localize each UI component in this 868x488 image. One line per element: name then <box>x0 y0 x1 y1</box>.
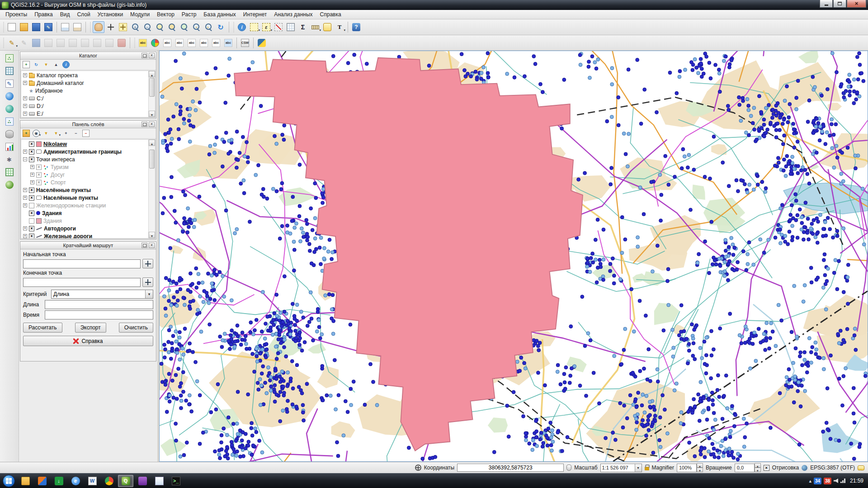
layer-item[interactable]: −×Точки интереса <box>21 155 148 163</box>
layer-visibility-checkbox[interactable]: × <box>36 180 42 185</box>
terrain-globe-icon[interactable] <box>4 179 15 191</box>
copy-features-icon[interactable] <box>91 37 103 49</box>
vector-network-icon[interactable]: ∴ <box>4 52 15 64</box>
catalog-tree-item[interactable]: +Домашний каталог <box>21 79 148 87</box>
layer-item[interactable]: +×Населённые пункты <box>21 194 148 202</box>
catalog-tree-item[interactable]: +Каталог проекта <box>21 71 148 79</box>
layer-item[interactable]: +×Автодороги <box>21 225 148 232</box>
route-close-button[interactable] <box>149 243 155 248</box>
layer-diagram-icon[interactable] <box>149 37 161 49</box>
save-edits-icon[interactable] <box>30 37 42 49</box>
tree-expander-icon[interactable]: + <box>23 226 27 230</box>
refresh-map-icon[interactable]: ↻ <box>215 21 226 33</box>
length-input[interactable] <box>45 300 153 309</box>
taskbar-console-button[interactable]: >_ <box>168 475 184 487</box>
menu-item[interactable]: Правка <box>31 10 57 19</box>
time-input[interactable] <box>45 310 153 319</box>
menu-item[interactable]: Модули <box>127 10 153 19</box>
catalog-properties-icon[interactable]: i <box>61 60 71 69</box>
delete-selected-icon[interactable] <box>116 37 127 49</box>
chevron-down-icon[interactable] <box>145 290 153 298</box>
label-show-hide-icon[interactable]: abc <box>174 37 185 49</box>
move-feature-icon[interactable] <box>55 37 66 49</box>
python-console-icon[interactable] <box>256 37 268 49</box>
attribute-table-icon[interactable] <box>285 21 297 33</box>
menu-item[interactable]: Интернет <box>240 10 270 19</box>
layer-visibility-checkbox[interactable] <box>29 203 34 208</box>
toolbar-grip[interactable] <box>2 38 5 48</box>
catalog-tree-item[interactable]: +E:/ <box>21 110 148 117</box>
layer-labeling-icon[interactable]: abc <box>137 37 149 49</box>
zoom-to-layer-icon[interactable] <box>178 21 190 33</box>
tree-expander-icon[interactable]: + <box>23 234 27 238</box>
tree-expander-icon[interactable]: + <box>23 203 27 207</box>
zoom-last-icon[interactable]: ◂ <box>190 21 202 33</box>
layer-item[interactable]: +×Досуг <box>21 171 148 178</box>
taskbar-download-button[interactable]: ↓ <box>51 475 66 487</box>
chevron-down-icon[interactable] <box>635 464 642 472</box>
export-button[interactable]: Экспорт <box>75 323 106 333</box>
metasearch-csw-icon[interactable]: CSW <box>239 37 251 49</box>
tray-expand-icon[interactable] <box>809 478 811 484</box>
layer-item[interactable]: +×Туризм <box>21 163 148 171</box>
layer-item[interactable]: ×Здания <box>21 209 148 217</box>
add-feature-icon[interactable] <box>42 37 54 49</box>
start-button[interactable] <box>3 475 15 487</box>
menu-item[interactable]: База данных <box>200 10 239 19</box>
layers-remove-icon[interactable]: − <box>81 129 90 138</box>
statistics-chart-icon[interactable] <box>4 141 15 153</box>
toolbar-grip[interactable] <box>89 22 91 32</box>
dropdown-arrow-icon[interactable] <box>16 42 18 48</box>
layer-visibility-checkbox[interactable]: × <box>36 172 42 178</box>
scroll-thumb[interactable] <box>149 150 155 169</box>
taskbar-document-button[interactable]: W <box>85 475 100 487</box>
scroll-up-icon[interactable] <box>149 140 155 146</box>
label-highlight-icon[interactable]: abc <box>222 37 234 49</box>
lock-scale-icon[interactable] <box>645 467 649 470</box>
layer-item[interactable]: +×Населённые пункты <box>21 186 148 194</box>
composer-manager-icon[interactable] <box>71 21 83 33</box>
dropdown-arrow-icon[interactable] <box>344 26 345 33</box>
save-project-as-icon[interactable]: ✎ <box>42 21 54 33</box>
taskbar-qgis-button[interactable]: Q <box>118 475 133 487</box>
tree-expander-icon[interactable]: + <box>30 173 34 177</box>
zoom-in-icon[interactable]: + <box>129 21 141 33</box>
pan-map-icon[interactable] <box>105 21 117 33</box>
tray-badge-red[interactable]: 38 <box>824 478 831 484</box>
layer-visibility-checkbox[interactable]: × <box>29 226 34 231</box>
crs-status[interactable]: EPSG:3857 (OTF) <box>810 465 855 471</box>
toggle-editing-icon[interactable]: ✎ <box>18 37 30 49</box>
label-pin-icon[interactable]: abc <box>161 37 173 49</box>
layers-scrollbar[interactable] <box>148 140 155 238</box>
render-checkbox[interactable] <box>764 465 769 471</box>
paste-features-icon[interactable] <box>104 37 115 49</box>
raster-grid-icon[interactable] <box>4 65 15 77</box>
scroll-up-icon[interactable] <box>149 71 155 77</box>
digitize-pen-icon[interactable]: ✎ <box>4 78 15 89</box>
layer-visibility-checkbox[interactable]: × <box>29 141 34 147</box>
map-tips-icon[interactable] <box>321 21 333 33</box>
tray-badge-blue[interactable]: 34 <box>814 478 821 484</box>
close-button[interactable] <box>847 0 866 8</box>
catalog-scrollbar[interactable] <box>148 71 155 117</box>
taskbar-explorer-button[interactable] <box>18 475 33 487</box>
menu-item[interactable]: Слой <box>73 10 94 19</box>
toolbar-grip[interactable] <box>133 38 136 48</box>
help-button[interactable]: Справка <box>23 336 153 346</box>
new-composer-icon[interactable] <box>59 21 71 33</box>
layer-visibility-checkbox[interactable]: × <box>29 149 34 155</box>
catalog-float-button[interactable] <box>142 53 147 58</box>
pan-to-selection-icon[interactable] <box>117 21 129 33</box>
deselect-all-icon[interactable] <box>273 21 284 33</box>
minimize-button[interactable] <box>820 0 833 8</box>
layers-collapse-all-icon[interactable]: − <box>71 129 80 138</box>
taskbar-clock[interactable]: 21:59 <box>850 478 863 484</box>
dropdown-arrow-icon[interactable] <box>39 131 41 137</box>
catalog-collapse-icon[interactable]: ▲ <box>52 60 61 69</box>
node-tool-icon[interactable] <box>67 37 79 49</box>
catalog-refresh-icon[interactable]: ↻ <box>32 60 41 69</box>
menu-item[interactable]: Анализ данных <box>270 10 316 19</box>
menu-item[interactable]: Проекты <box>2 10 31 19</box>
scroll-thumb[interactable] <box>149 78 155 97</box>
layer-visibility-checkbox[interactable]: × <box>29 188 34 193</box>
